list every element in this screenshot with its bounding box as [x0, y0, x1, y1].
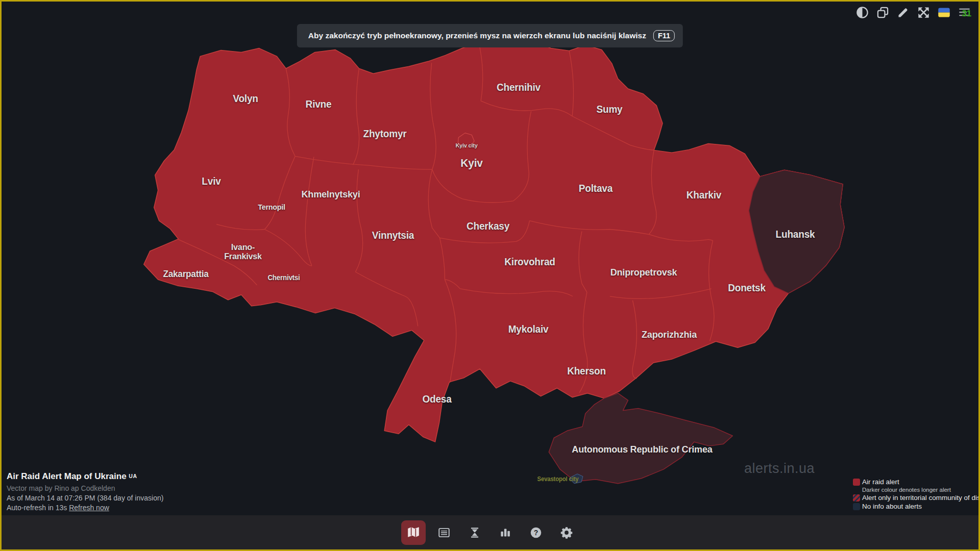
nav-settings-button[interactable] [554, 520, 579, 545]
legend-item-alert: Air raid alert [853, 478, 980, 486]
legend-item-noinfo: No info about alerts [853, 503, 980, 510]
legend: Air raid alertDarker colour denotes long… [853, 478, 980, 511]
region-label-poltava[interactable]: Poltava [579, 183, 612, 194]
nav-help-button[interactable]: ? [524, 520, 548, 545]
legend-swatch-partial [853, 494, 860, 502]
region-label-dnipropetrovsk[interactable]: Dnipropetrovsk [610, 267, 677, 278]
list-icon [437, 526, 451, 539]
region-label-donetsk[interactable]: Donetsk [728, 283, 766, 294]
title-ua-suffix: UA [129, 473, 137, 479]
extension-31-icon[interactable]: 31 [958, 6, 971, 19]
legend-swatch-alert [853, 479, 860, 486]
top-toolbar: 31 [855, 6, 971, 19]
svg-text:?: ? [534, 528, 538, 536]
region-label-kyiv-city[interactable]: Kyiv city [455, 142, 477, 148]
status-line: As of March 14 at 07:26 PM (384 day of i… [7, 493, 163, 503]
region-label-khmelnytskyi[interactable]: Khmelnytskyi [301, 189, 360, 200]
svg-text:31: 31 [962, 9, 971, 18]
fullscreen-icon[interactable] [917, 6, 930, 19]
region-label-sevastopol-city[interactable]: Sevastopol city [537, 476, 579, 483]
region-label-sumy[interactable]: Sumy [597, 104, 623, 115]
duplicate-icon[interactable] [876, 6, 890, 19]
legend-swatch-noinfo [853, 503, 860, 510]
refresh-now-link[interactable]: Refresh now [69, 504, 109, 512]
ukraine-flag-icon[interactable] [937, 6, 951, 19]
region-label-kyiv[interactable]: Kyiv [460, 157, 482, 169]
region-label-volyn[interactable]: Volyn [233, 93, 258, 105]
fullscreen-notice: Aby zakończyć tryb pełnoekranowy, przeni… [297, 24, 683, 47]
auto-refresh-line: Auto-refresh in 13s Refresh now [7, 503, 163, 513]
region-label-zakarpattia[interactable]: Zakarpattia [163, 269, 208, 279]
stats-icon [499, 526, 512, 539]
region-label-cherkasy[interactable]: Cherkasy [467, 221, 509, 232]
nav-map-button[interactable] [401, 520, 426, 545]
region-label-kirovohrad[interactable]: Kirovohrad [504, 257, 555, 268]
nav-stats-button[interactable] [493, 520, 518, 545]
f11-key-badge: F11 [653, 30, 675, 41]
region-label-lviv[interactable]: Lviv [202, 176, 220, 187]
help-icon: ? [529, 526, 543, 539]
page-title: Air Raid Alert Map of Ukraine UA [7, 471, 163, 483]
history-icon [468, 526, 481, 539]
fullscreen-notice-text: Aby zakończyć tryb pełnoekranowy, przeni… [308, 31, 646, 40]
region-label-ternopil[interactable]: Ternopil [258, 203, 285, 211]
region-label-vinnytsia[interactable]: Vinnytsia [372, 230, 414, 241]
nav-history-button[interactable] [462, 520, 487, 545]
bottom-nav: ? [2, 515, 978, 549]
region-label-autonomous-republic-of-crimea[interactable]: Autonomous Republic of Crimea [572, 444, 712, 455]
region-label-mykolaiv[interactable]: Mykolaiv [508, 324, 549, 335]
watermark: alerts.in.ua [744, 461, 815, 477]
air-raid-alert-map-page: { "page": {"background": "#15181e", "fra… [0, 0, 980, 551]
map-region-crimea[interactable] [549, 393, 732, 484]
edit-icon[interactable] [896, 6, 910, 19]
region-label-kharkiv[interactable]: Kharkiv [687, 190, 721, 201]
legend-item-note: Darker colour denotes longer alert [853, 487, 980, 493]
region-label-zaporizhzhia[interactable]: Zaporizhzhia [642, 330, 697, 340]
info-panel: Air Raid Alert Map of Ukraine UA Vector … [7, 471, 163, 513]
map-icon [407, 526, 420, 539]
contrast-icon[interactable] [855, 6, 869, 19]
settings-icon [560, 526, 573, 539]
region-label-zhytomyr[interactable]: Zhytomyr [363, 129, 406, 140]
region-label-odesa[interactable]: Odesa [422, 394, 451, 405]
region-label-kherson[interactable]: Kherson [567, 366, 606, 377]
legend-item-partial: Alert only in territorial community of d… [853, 494, 980, 502]
ukraine-map[interactable] [2, 2, 978, 549]
map-credit: Vector map by Rino ap Codkelden [7, 484, 163, 493]
region-label-luhansk[interactable]: Luhansk [776, 229, 815, 240]
region-label-rivne[interactable]: Rivne [306, 99, 332, 110]
region-label-ivano-frankivsk[interactable]: Ivano- Frankivsk [224, 243, 262, 262]
region-label-chernihiv[interactable]: Chernihiv [497, 82, 541, 93]
nav-list-button[interactable] [432, 520, 456, 545]
region-label-chernivtsi[interactable]: Chernivtsi [267, 274, 300, 282]
